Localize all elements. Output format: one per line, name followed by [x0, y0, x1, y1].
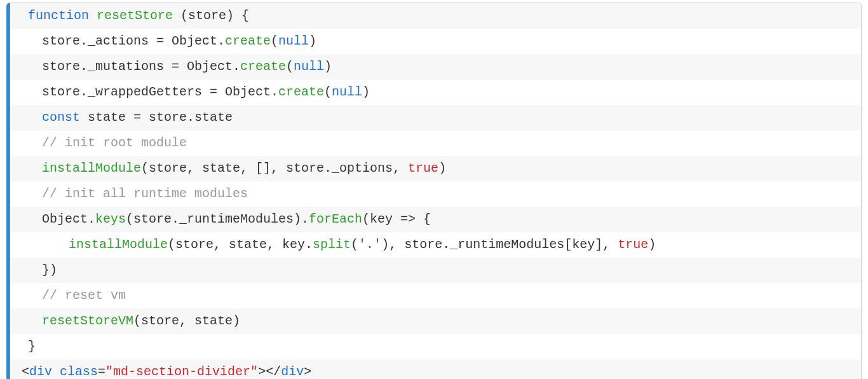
code-token: create — [225, 34, 271, 48]
code-line: // reset vm — [10, 283, 861, 308]
code-token: store._mutations = Object. — [42, 59, 240, 74]
code-token: > — [258, 364, 266, 379]
code-token: create — [240, 59, 286, 74]
code-token: class — [60, 364, 98, 379]
code-token: installModule — [69, 237, 168, 252]
code-token: ) — [309, 34, 316, 48]
code-token: = — [98, 364, 105, 379]
code-line: } — [10, 334, 861, 359]
code-line: installModule(store, state, key.split('.… — [10, 232, 861, 258]
code-token: // init root module — [42, 135, 187, 150]
code-token: ) — [438, 161, 446, 176]
code-token: store._wrappedGetters = Object. — [42, 85, 278, 99]
code-token: (store, state) — [133, 314, 240, 328]
code-token: null — [278, 34, 309, 48]
code-token: div — [281, 364, 304, 379]
code-line: const state = store.state — [10, 105, 861, 130]
code-line: store._wrappedGetters = Object.create(nu… — [10, 79, 861, 105]
code-token: ) { — [226, 8, 249, 23]
code-line: // init root module — [10, 130, 861, 156]
code-line: }) — [10, 258, 861, 283]
code-token: state = store.state — [80, 110, 233, 125]
code-token: true — [618, 237, 648, 252]
code-token: "md-section-divider" — [105, 364, 258, 379]
code-line: store._actions = Object.create(null) — [10, 29, 861, 54]
code-token: ) — [648, 237, 656, 252]
code-token: forEach — [309, 212, 362, 226]
code-token: div — [29, 364, 52, 379]
code-token: (store, state, [], store._options, — [141, 161, 408, 176]
code-token: ( — [271, 34, 278, 48]
code-token: null — [332, 85, 362, 99]
code-token: create — [278, 85, 324, 99]
code-token: const — [42, 110, 80, 125]
code-line: installModule(store, state, [], store._o… — [10, 156, 861, 181]
code-token — [52, 364, 60, 379]
code-token: true — [408, 161, 438, 176]
code-token: }) — [42, 263, 57, 277]
code-line: <div class="md-section-divider"></div> — [10, 359, 861, 379]
code-token: '.' — [358, 237, 381, 252]
code-token: > — [304, 364, 311, 379]
code-token: </ — [266, 364, 281, 379]
code-token: null — [294, 59, 324, 74]
code-token: ( — [286, 59, 294, 74]
code-token: ( — [324, 85, 332, 99]
code-token: resetStore — [97, 8, 173, 23]
code-token — [89, 8, 97, 23]
code-token: < — [22, 364, 29, 379]
code-token: store — [188, 8, 226, 23]
code-token: (key => { — [362, 212, 431, 226]
code-line: function resetStore (store) { — [10, 3, 861, 29]
code-token: split — [313, 237, 351, 252]
code-token: ( — [351, 237, 358, 252]
code-token: installModule — [42, 161, 141, 176]
code-token: keys — [95, 212, 126, 226]
code-token: (store._runtimeModules). — [126, 212, 309, 226]
code-token: (store, state, key. — [168, 237, 313, 252]
code-token: ), store._runtimeModules[key], — [381, 237, 618, 252]
code-token: function — [28, 8, 89, 23]
code-token: // reset vm — [42, 288, 126, 303]
code-token: resetStoreVM — [42, 314, 133, 328]
code-token: store._actions = Object. — [42, 34, 225, 48]
code-token: ( — [173, 8, 188, 23]
code-line: Object.keys(store._runtimeModules).forEa… — [10, 207, 861, 232]
code-token: // init all runtime modules — [42, 186, 248, 201]
code-token: ) — [362, 85, 370, 99]
code-token: ) — [324, 59, 332, 74]
code-block: function resetStore (store) {store._acti… — [6, 3, 862, 379]
code-line: resetStoreVM(store, state) — [10, 308, 861, 334]
code-token: Object. — [42, 212, 95, 226]
code-line: // init all runtime modules — [10, 181, 861, 207]
code-token: } — [28, 339, 36, 354]
code-line: store._mutations = Object.create(null) — [10, 54, 861, 79]
